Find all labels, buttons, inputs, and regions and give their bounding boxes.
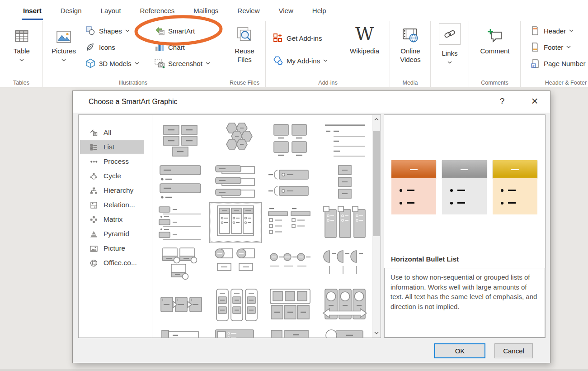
- reuse-files-button[interactable]: Reuse Files: [229, 21, 260, 78]
- close-button[interactable]: ×: [526, 91, 544, 111]
- preview-card-orange: [391, 160, 436, 214]
- footer-button[interactable]: Footer: [530, 40, 571, 54]
- smartart-thumbnail-r4c3[interactable]: [264, 244, 316, 284]
- smartart-thumbnail-r2c4[interactable]: [319, 162, 371, 201]
- smartart-thumbnail-r1c2[interactable]: [210, 120, 261, 160]
- footer-icon: [530, 43, 541, 52]
- table-icon: [6, 21, 38, 43]
- category-gallery-panel: All List Process Cycle Hierarchy: [78, 114, 381, 338]
- group-label-illustrations: Illustrations: [43, 80, 223, 86]
- smartart-thumbnail-r5c1[interactable]: [155, 285, 207, 325]
- chevron-down-icon: [447, 61, 452, 64]
- preview-card-gray: [442, 160, 487, 214]
- wikipedia-icon: W: [345, 21, 384, 43]
- category-all[interactable]: All: [80, 125, 144, 140]
- get-addins-button[interactable]: Get Add-ins: [273, 31, 322, 45]
- pictures-button[interactable]: Pictures: [50, 21, 78, 78]
- smartart-thumbnail-r5c3[interactable]: [264, 285, 316, 325]
- header-icon: [530, 26, 541, 35]
- pictures-icon: [50, 21, 78, 43]
- my-addins-icon: [273, 56, 283, 66]
- category-picture[interactable]: Picture: [80, 241, 144, 256]
- category-list: All List Process Cycle Hierarchy: [79, 115, 152, 338]
- icons-button[interactable]: Icons: [85, 40, 115, 54]
- smartart-thumbnail-r2c2[interactable]: [210, 162, 261, 201]
- ok-button[interactable]: OK: [434, 343, 485, 358]
- shapes-icon: [85, 26, 96, 35]
- tab-references[interactable]: References: [131, 0, 184, 21]
- category-office-com[interactable]: Office.co...: [80, 256, 144, 270]
- category-hierarchy[interactable]: Hierarchy: [80, 183, 144, 198]
- tab-view[interactable]: View: [269, 0, 303, 21]
- gallery-scrollbar[interactable]: [372, 115, 381, 338]
- hierarchy-category-icon: [90, 187, 98, 195]
- smartart-thumbnail-r3c4[interactable]: [319, 203, 371, 243]
- smartart-thumbnail-r1c1[interactable]: [155, 120, 207, 160]
- smartart-thumbnail-r6c3[interactable]: [264, 326, 316, 338]
- smartart-thumbnail-r1c4[interactable]: [319, 120, 371, 160]
- smartart-thumbnail-r3c1[interactable]: [155, 203, 207, 243]
- screenshot-button[interactable]: Screenshot: [154, 56, 210, 71]
- smartart-thumbnail-r1c3[interactable]: [264, 120, 316, 160]
- preview-card-gold: [493, 160, 537, 214]
- smartart-button[interactable]: SmartArt: [154, 24, 195, 38]
- ribbon-content: Table Tables Pictures: [0, 21, 588, 87]
- smartart-thumbnail-horizontal-bullet-list[interactable]: [210, 203, 261, 243]
- chevron-down-icon: [569, 29, 574, 32]
- globe-icon: [90, 259, 98, 267]
- smartart-thumbnail-r5c4[interactable]: [319, 285, 371, 325]
- chevron-down-icon: [61, 59, 66, 62]
- tab-insert[interactable]: Insert: [14, 0, 51, 21]
- 3d-models-button[interactable]: 3D Models: [85, 56, 139, 71]
- category-pyramid[interactable]: Pyramid: [80, 227, 144, 241]
- group-comments: Comment Comments: [469, 21, 521, 87]
- smartart-thumbnail-r2c3[interactable]: [264, 162, 316, 201]
- cancel-button[interactable]: Cancel: [494, 343, 533, 358]
- tab-layout[interactable]: Layout: [91, 0, 131, 21]
- category-cycle[interactable]: Cycle: [80, 169, 144, 183]
- table-button[interactable]: Table: [6, 21, 38, 78]
- page-number-button[interactable]: # Page Number: [530, 56, 586, 71]
- chevron-down-icon: [125, 29, 130, 32]
- smartart-thumbnail-r3c3[interactable]: [264, 203, 316, 243]
- help-button[interactable]: ?: [495, 91, 509, 112]
- smartart-thumbnail-r4c2[interactable]: [210, 244, 261, 284]
- smartart-thumbnail-r5c2[interactable]: [210, 285, 261, 325]
- my-addins-button[interactable]: My Add-ins: [273, 53, 328, 68]
- tab-review[interactable]: Review: [228, 0, 269, 21]
- category-list-item[interactable]: List: [80, 140, 144, 154]
- chevron-down-icon: [135, 62, 139, 65]
- group-media: Online Videos Media: [390, 21, 431, 87]
- smartart-thumbnail-r6c1[interactable]: [155, 326, 207, 338]
- tab-mailings[interactable]: Mailings: [184, 0, 228, 21]
- preview-title: Horizontal Bullet List: [391, 255, 459, 263]
- scroll-down-button[interactable]: [372, 329, 381, 337]
- group-tables: Table Tables: [0, 21, 43, 87]
- scroll-up-button[interactable]: [372, 115, 381, 124]
- smartart-thumbnail-r4c1[interactable]: [155, 244, 207, 284]
- online-videos-button[interactable]: Online Videos: [395, 21, 426, 78]
- smartart-thumbnail-r4c4[interactable]: [319, 244, 371, 284]
- chevron-down-icon: [206, 62, 210, 65]
- smartart-thumbnail-r2c1[interactable]: [155, 162, 207, 201]
- chart-button[interactable]: Chart: [154, 40, 185, 54]
- scrollbar-thumb[interactable]: [373, 131, 380, 236]
- category-relationship[interactable]: Relation...: [80, 198, 144, 212]
- group-illustrations: Pictures Shapes: [43, 21, 223, 87]
- header-button[interactable]: Header: [530, 24, 574, 38]
- category-matrix[interactable]: Matrix: [80, 212, 144, 227]
- group-label-addins: Add-ins: [266, 80, 390, 86]
- smartart-thumbnail-r6c2[interactable]: [210, 326, 261, 338]
- smartart-thumbnail-r6c4[interactable]: [319, 326, 371, 338]
- dialog-title: Choose a SmartArt Graphic: [89, 91, 178, 113]
- relationship-category-icon: [90, 201, 98, 209]
- page-number-icon: #: [530, 59, 541, 68]
- shapes-button[interactable]: Shapes: [85, 24, 130, 38]
- links-button[interactable]: Links: [434, 21, 466, 78]
- category-process[interactable]: Process: [80, 154, 144, 169]
- tab-help[interactable]: Help: [303, 0, 336, 21]
- comment-button[interactable]: Comment: [479, 21, 511, 78]
- wikipedia-button[interactable]: W Wikipedia: [345, 21, 384, 78]
- tab-design[interactable]: Design: [51, 0, 91, 21]
- chevron-down-icon: [19, 59, 24, 62]
